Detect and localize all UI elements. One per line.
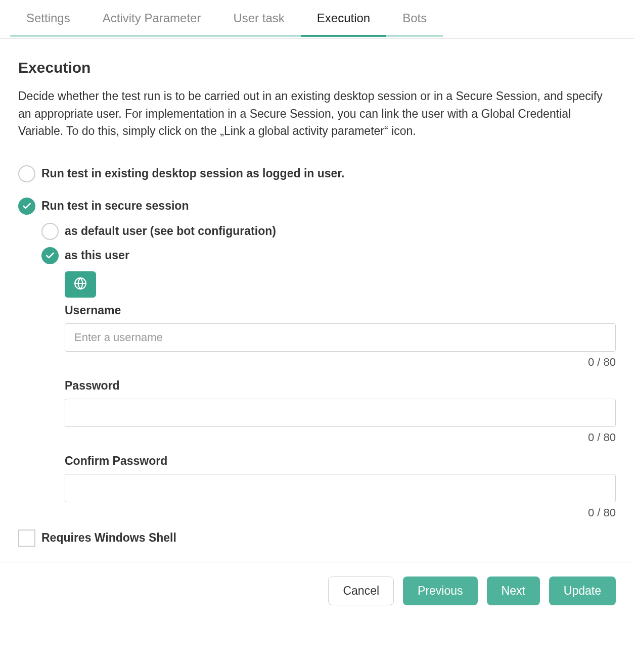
username-input[interactable] bbox=[65, 323, 616, 352]
password-label: Password bbox=[65, 379, 616, 393]
confirm-password-counter: 0 / 80 bbox=[65, 506, 616, 519]
tab-activity-parameter[interactable]: Activity Parameter bbox=[86, 0, 217, 38]
requires-windows-shell-checkbox[interactable] bbox=[18, 530, 35, 547]
radio-this-user-label: as this user bbox=[65, 249, 129, 262]
radio-existing-session-label: Run test in existing desktop session as … bbox=[41, 167, 344, 180]
radio-secure-session-label: Run test in secure session bbox=[41, 199, 189, 213]
radio-default-user[interactable] bbox=[41, 223, 59, 240]
username-counter: 0 / 80 bbox=[65, 356, 616, 369]
page-title: Execution bbox=[18, 59, 616, 76]
radio-secure-session[interactable] bbox=[18, 198, 35, 215]
page-description: Decide whether the test run is to be car… bbox=[18, 87, 615, 140]
tab-bar: Settings Activity Parameter User task Ex… bbox=[0, 0, 634, 39]
radio-default-user-label: as default user (see bot configuration) bbox=[65, 224, 276, 238]
requires-windows-shell-label: Requires Windows Shell bbox=[41, 531, 176, 545]
footer: Cancel Previous Next Update bbox=[0, 562, 634, 619]
tab-execution[interactable]: Execution bbox=[301, 0, 386, 38]
previous-button[interactable]: Previous bbox=[403, 577, 477, 605]
tab-settings[interactable]: Settings bbox=[10, 0, 86, 38]
update-button[interactable]: Update bbox=[549, 577, 616, 605]
globe-icon bbox=[74, 277, 87, 292]
link-global-parameter-button[interactable] bbox=[65, 271, 96, 298]
radio-existing-session[interactable] bbox=[18, 165, 35, 182]
radio-this-user[interactable] bbox=[41, 247, 59, 264]
confirm-password-input[interactable] bbox=[65, 474, 616, 502]
username-label: Username bbox=[65, 304, 616, 317]
password-counter: 0 / 80 bbox=[65, 431, 616, 444]
password-input[interactable] bbox=[65, 399, 616, 427]
tab-bots[interactable]: Bots bbox=[386, 0, 443, 38]
confirm-password-label: Confirm Password bbox=[65, 454, 616, 468]
cancel-button[interactable]: Cancel bbox=[328, 577, 394, 605]
tab-user-task[interactable]: User task bbox=[217, 0, 300, 38]
next-button[interactable]: Next bbox=[487, 577, 540, 605]
